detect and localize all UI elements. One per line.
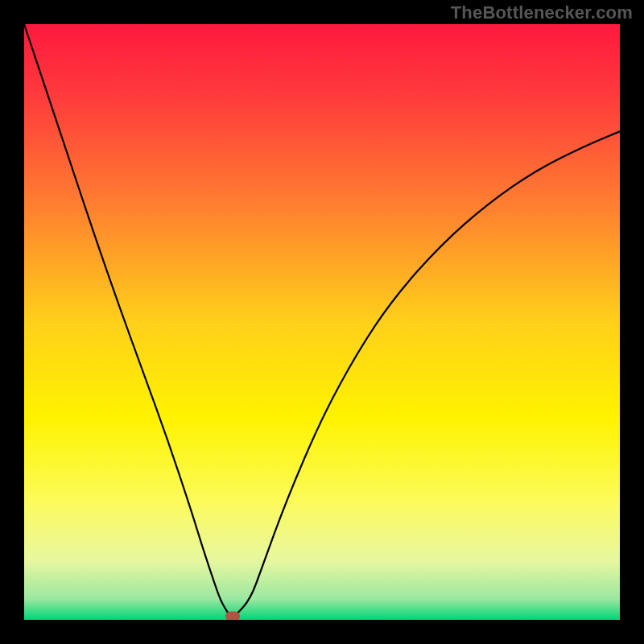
watermark-text: TheBottlenecker.com [451,2,633,23]
chart-frame: TheBottlenecker.com [0,0,644,644]
optimum-marker [225,612,240,620]
chart-background [24,24,620,620]
chart-svg [24,24,620,620]
plot-area [24,24,620,620]
